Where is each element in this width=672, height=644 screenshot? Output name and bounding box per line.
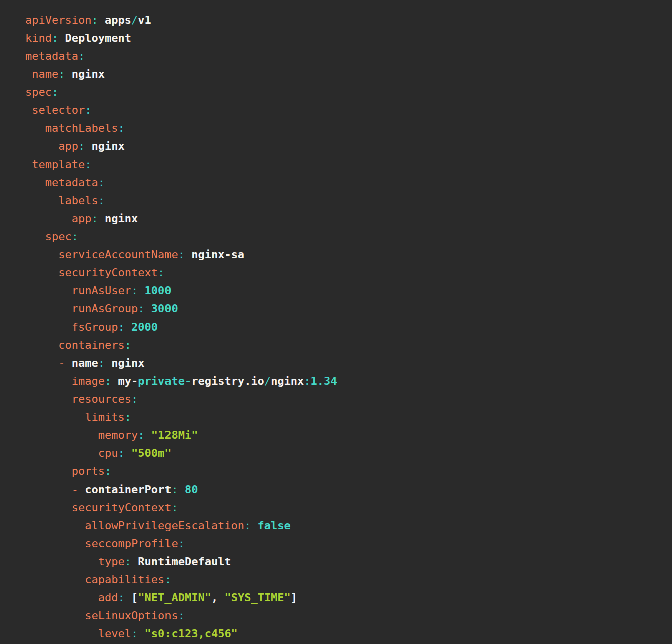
code-token-val: nginx bbox=[111, 357, 144, 369]
code-token-key: labels bbox=[58, 194, 98, 207]
code-line[interactable]: cpu: "500m" bbox=[25, 444, 667, 462]
code-line[interactable]: matchLabels: bbox=[25, 119, 667, 137]
code-line[interactable]: metadata: bbox=[25, 47, 667, 65]
code-token-str: "128Mi" bbox=[151, 429, 198, 441]
code-line[interactable]: image: my-private-registry.io/nginx:1.34 bbox=[25, 372, 667, 390]
code-token-punc: : bbox=[118, 591, 124, 604]
code-line[interactable]: spec: bbox=[25, 83, 667, 101]
code-token-key: limits bbox=[85, 411, 124, 423]
code-token-punc: : bbox=[52, 32, 58, 44]
code-token-num: 80 bbox=[185, 483, 198, 496]
code-token-val: my- bbox=[118, 375, 138, 387]
code-token-plain bbox=[178, 483, 185, 496]
code-token-punc: : bbox=[118, 447, 124, 459]
code-token-plain bbox=[125, 591, 131, 604]
code-token-plain bbox=[25, 194, 58, 207]
code-token-plain bbox=[185, 248, 191, 261]
code-token-key: name bbox=[32, 68, 58, 80]
code-token-plain bbox=[25, 447, 98, 459]
code-token-plain bbox=[144, 302, 151, 315]
code-token-plain bbox=[25, 573, 85, 586]
code-token-key: fsGroup bbox=[72, 320, 118, 333]
code-token-key: app bbox=[58, 140, 78, 152]
code-line[interactable]: securityContext: bbox=[25, 264, 667, 282]
code-token-plain bbox=[131, 555, 138, 568]
code-line[interactable]: memory: "128Mi" bbox=[25, 426, 667, 444]
code-line[interactable]: limits: bbox=[25, 408, 667, 426]
code-token-plain bbox=[111, 375, 118, 387]
code-line[interactable]: seLinuxOptions: bbox=[25, 607, 667, 625]
code-line[interactable]: ports: bbox=[25, 462, 667, 480]
code-token-key: runAsGroup bbox=[72, 302, 138, 315]
code-line[interactable]: spec: bbox=[25, 228, 667, 246]
code-line[interactable]: fsGroup: 2000 bbox=[25, 318, 667, 336]
code-token-plain bbox=[25, 339, 58, 351]
code-token-key: cpu bbox=[98, 447, 118, 459]
code-line[interactable]: apiVersion: apps/v1 bbox=[25, 11, 667, 29]
code-line[interactable]: labels: bbox=[25, 192, 667, 210]
code-token-punc: : bbox=[91, 14, 98, 26]
code-token-plain bbox=[25, 248, 58, 261]
code-token-key: template bbox=[32, 158, 85, 171]
code-token-plain bbox=[25, 375, 72, 387]
code-token-plain bbox=[25, 212, 72, 225]
code-token-key: securityContext bbox=[72, 501, 172, 514]
code-token-str: "500m" bbox=[131, 447, 171, 459]
code-token-plain bbox=[58, 32, 65, 44]
code-token-punc: / bbox=[264, 375, 271, 387]
code-token-val: name bbox=[72, 357, 98, 369]
code-line[interactable]: kind: Deployment bbox=[25, 29, 667, 47]
code-line[interactable]: name: nginx bbox=[25, 65, 667, 83]
code-token-str: "SYS_TIME" bbox=[224, 591, 290, 604]
code-editor[interactable]: apiVersion: apps/v1kind: Deploymentmetad… bbox=[0, 0, 672, 644]
code-token-punc: : bbox=[131, 393, 138, 405]
code-token-punc: : bbox=[131, 627, 138, 640]
code-token-num: 1000 bbox=[144, 284, 171, 297]
code-token-plain bbox=[25, 320, 72, 333]
code-token-plain bbox=[25, 519, 85, 532]
code-line[interactable]: level: "s0:c123,c456" bbox=[25, 625, 667, 643]
code-line[interactable]: selector: bbox=[25, 101, 667, 119]
code-line[interactable]: serviceAccountName: nginx-sa bbox=[25, 246, 667, 264]
code-token-str: "s0:c123,c456" bbox=[144, 627, 237, 640]
code-token-key: seccompProfile bbox=[85, 537, 178, 550]
code-token-plain bbox=[25, 357, 58, 369]
code-token-punc: : bbox=[171, 483, 178, 496]
code-line[interactable]: runAsGroup: 3000 bbox=[25, 300, 667, 318]
code-token-val: containerPort bbox=[85, 483, 171, 496]
code-line[interactable]: type: RuntimeDefault bbox=[25, 553, 667, 571]
code-line[interactable]: securityContext: bbox=[25, 499, 667, 517]
code-line[interactable]: allowPrivilegeEscalation: false bbox=[25, 517, 667, 535]
code-line[interactable]: template: bbox=[25, 155, 667, 174]
code-token-punc: : bbox=[178, 537, 185, 550]
code-token-key: type bbox=[98, 555, 125, 568]
code-line[interactable]: runAsUser: 1000 bbox=[25, 282, 667, 300]
code-line[interactable]: capabilities: bbox=[25, 571, 667, 589]
code-token-key: metadata bbox=[25, 50, 78, 62]
code-token-plain bbox=[25, 483, 72, 496]
code-token-val: , bbox=[211, 591, 218, 604]
code-token-punc: : bbox=[131, 284, 138, 297]
code-line[interactable]: app: nginx bbox=[25, 137, 667, 155]
code-line[interactable]: metadata: bbox=[25, 174, 667, 192]
code-token-val: nginx-sa bbox=[191, 248, 244, 261]
code-token-punc: : bbox=[244, 519, 251, 532]
code-token-plain bbox=[65, 68, 71, 80]
code-line[interactable]: - name: nginx bbox=[25, 354, 667, 372]
code-line[interactable]: containers: bbox=[25, 336, 667, 354]
code-token-plain bbox=[25, 591, 98, 604]
code-token-plain bbox=[251, 519, 257, 532]
code-line[interactable]: - containerPort: 80 bbox=[25, 480, 667, 499]
code-token-key: apiVersion bbox=[25, 14, 91, 26]
code-line[interactable]: add: ["NET_ADMIN", "SYS_TIME"] bbox=[25, 589, 667, 607]
code-line[interactable]: app: nginx bbox=[25, 210, 667, 228]
code-token-plain bbox=[25, 465, 72, 477]
code-token-num: 3000 bbox=[151, 302, 178, 315]
code-token-key: selector bbox=[32, 104, 85, 116]
code-token-plain bbox=[105, 357, 111, 369]
code-token-val: apps bbox=[105, 14, 131, 26]
code-token-plain bbox=[25, 266, 58, 279]
code-line[interactable]: seccompProfile: bbox=[25, 535, 667, 553]
code-line[interactable]: resources: bbox=[25, 390, 667, 408]
code-token-val: v1 bbox=[138, 14, 151, 26]
